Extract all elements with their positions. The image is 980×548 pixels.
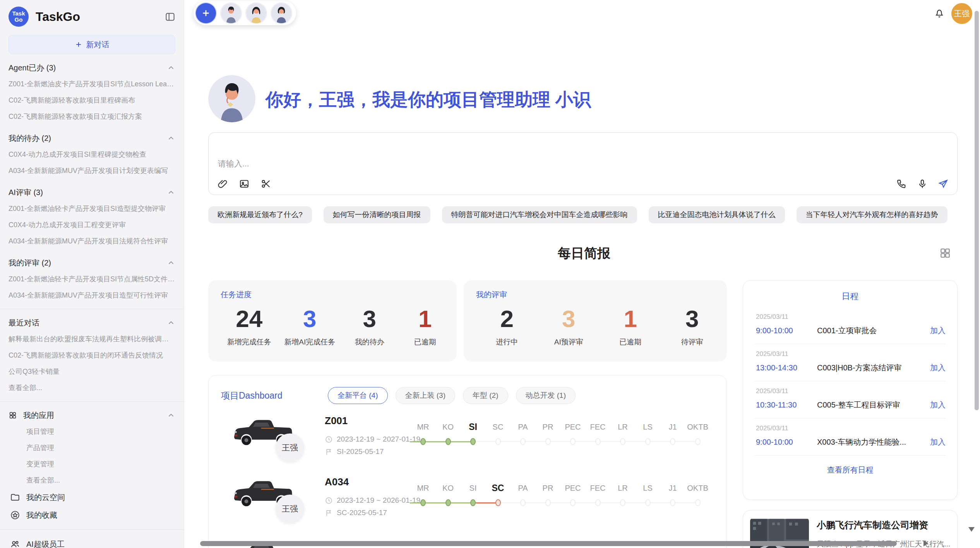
sidebar-item[interactable]: C0X4-动力总成开发项目SI里程碑提交物检查 (9, 146, 175, 163)
suggestion-chip[interactable]: 如何写一份清晰的项目周报 (324, 206, 430, 223)
view-all-schedule-link[interactable]: 查看所有日程 (743, 465, 957, 475)
layout-grid-icon[interactable] (939, 247, 951, 259)
user-avatar[interactable]: 王强 (951, 3, 972, 24)
add-conversation-button[interactable] (196, 3, 216, 23)
collapse-sidebar-icon[interactable] (165, 12, 175, 22)
avatar[interactable] (246, 3, 266, 23)
project-flag: SC-2025-05-17 (325, 509, 387, 517)
chat-input[interactable]: 请输入... (208, 132, 958, 195)
chevron-up-icon[interactable] (167, 411, 175, 420)
app-item[interactable]: 项目管理 (9, 423, 175, 440)
ai-super-staff-link[interactable]: AI超级员工 (9, 535, 175, 548)
app-item[interactable]: 查看全部... (9, 472, 175, 488)
app-item[interactable]: 变更管理 (9, 456, 175, 472)
milestone-node[interactable] (645, 438, 651, 445)
sidebar-item[interactable]: C02-飞腾新能源轻客改款项目立项汇报方案 (9, 108, 175, 125)
mic-icon[interactable] (917, 178, 928, 189)
dashboard-tab[interactable]: 年型 (2) (463, 387, 508, 404)
stat-block: 2进行中 (486, 306, 528, 347)
recent-chat-item[interactable]: 解释最新出台的欧盟报废车法规再生塑料比例被调至15%... (9, 331, 175, 347)
phone-icon[interactable] (896, 178, 907, 189)
dashboard-tab[interactable]: 全新上装 (3) (396, 387, 456, 404)
milestone-node[interactable] (545, 499, 551, 506)
stat-label: AI预评审 (554, 337, 583, 347)
snip-icon[interactable] (260, 178, 271, 189)
chevron-up-icon[interactable] (167, 319, 175, 327)
recent-chat-item[interactable]: 公司Q3轻卡销量 (9, 363, 175, 380)
milestone-node[interactable] (495, 438, 501, 445)
join-meeting-link[interactable]: 加入 (930, 325, 946, 336)
milestone-node[interactable] (495, 499, 501, 506)
sidebar-item[interactable]: Z001-全新燃油皮卡产品开发项目SI节点Lesson Learn报告 (9, 76, 175, 92)
app-item[interactable]: 产品管理 (9, 440, 175, 456)
sidebar-item[interactable]: A034-全新新能源MUV产品开发项目计划变更表编写 (9, 163, 175, 179)
suggestion-chip[interactable]: 欧洲新规最近颁布了什么? (208, 206, 312, 223)
milestone-node[interactable] (570, 438, 576, 445)
project-flag-text: SI-2025-05-17 (337, 447, 384, 456)
image-upload-icon[interactable] (239, 178, 250, 189)
vertical-scrollbar[interactable] (975, 11, 979, 410)
join-meeting-link[interactable]: 加入 (930, 363, 946, 373)
milestone-node[interactable] (470, 499, 476, 506)
milestone-node[interactable] (620, 438, 625, 445)
join-meeting-link[interactable]: 加入 (930, 400, 946, 410)
milestone-node[interactable] (545, 438, 551, 445)
milestone-segment (498, 441, 523, 442)
suggestion-chip[interactable]: 特朗普可能对进口汽车增税会对中国车企造成哪些影响 (442, 206, 637, 223)
dashboard-title: 项目Dashboard (221, 390, 328, 402)
flag-icon (325, 509, 333, 517)
suggestion-chip[interactable]: 比亚迪全固态电池计划具体说了什么 (649, 206, 785, 223)
milestone-node[interactable] (470, 438, 476, 445)
sidebar-item[interactable]: Z001-全新燃油轻卡产品开发项目SI造型提交物评审 (9, 200, 175, 217)
stat-block: 3我的待办 (348, 306, 391, 347)
suggestion-chip[interactable]: 当下年轻人对汽车外观有怎样的喜好趋势 (797, 206, 947, 223)
my-review-card: 我的评审2进行中3AI预评审1已逾期3待评审 (464, 280, 727, 361)
milestone-node[interactable] (695, 499, 701, 506)
milestone-node[interactable] (570, 499, 576, 506)
avatar[interactable] (221, 3, 241, 23)
milestone-node[interactable] (445, 438, 451, 445)
milestone-node[interactable] (670, 438, 675, 445)
schedule-name: X003-车辆动力学性能验... (817, 437, 930, 447)
milestone-node[interactable] (445, 499, 451, 506)
cloud-space-link[interactable]: 我的云空间 (9, 488, 175, 506)
milestone-node[interactable] (595, 499, 601, 506)
new-chat-button[interactable]: 新对话 (9, 35, 175, 54)
scroll-down-arrow[interactable] (968, 527, 975, 532)
sidebar-item[interactable]: C02-飞腾新能源轻客改款项目里程碑画布 (9, 92, 175, 108)
milestone-node[interactable] (520, 499, 526, 506)
milestone-node[interactable] (670, 499, 675, 506)
join-meeting-link[interactable]: 加入 (930, 437, 946, 447)
sidebar-item[interactable]: A034-全新新能源MUV产品开发项目法规符合性评审 (9, 233, 175, 249)
sidebar-item[interactable]: Z001-全新燃油轻卡产品开发项目SI节点属性5D文件评审 (9, 271, 175, 287)
milestone-node[interactable] (620, 499, 625, 506)
project-row: 王强Z0012023-12-19 ~ 2027-01-19SI-2025-05-… (209, 413, 726, 474)
sidebar-item[interactable]: C0X4-动力总成开发项目工程变更评审 (9, 217, 175, 233)
project-flag-text: SC-2025-05-17 (337, 509, 387, 517)
notifications-bell-icon[interactable] (934, 7, 945, 19)
recent-chat-item[interactable]: C02-飞腾新能源轻客改款项目的闭环通告反馈情况 (9, 347, 175, 363)
dashboard-tab[interactable]: 全新平台 (4) (328, 387, 388, 404)
milestone-label: SI (459, 421, 487, 433)
milestone-node[interactable] (595, 438, 601, 445)
horizontal-scrollbar[interactable] (200, 541, 897, 546)
milestone-node[interactable] (645, 499, 651, 506)
chevron-up-icon[interactable] (167, 188, 175, 197)
chevron-up-icon[interactable] (167, 259, 175, 267)
recent-chat-item[interactable]: 查看全部... (9, 380, 175, 396)
attach-icon[interactable] (217, 178, 228, 189)
milestone-node[interactable] (520, 438, 526, 445)
milestone-node[interactable] (420, 499, 426, 506)
milestone-label: LR (609, 421, 636, 433)
milestone-node[interactable] (695, 438, 701, 445)
milestone-node[interactable] (420, 438, 426, 445)
favorites-link[interactable]: 我的收藏 (9, 506, 175, 524)
chevron-up-icon[interactable] (167, 63, 175, 72)
dashboard-tab[interactable]: 动总开发 (1) (516, 387, 576, 404)
schedule-date: 2025/03/11 (755, 425, 946, 432)
avatar[interactable] (271, 3, 291, 23)
send-icon[interactable] (938, 178, 949, 189)
sidebar-item[interactable]: A034-全新新能源MUV产品开发项目造型可行性评审 (9, 287, 175, 303)
scroll-right-arrow[interactable] (923, 540, 928, 546)
chevron-up-icon[interactable] (167, 134, 175, 142)
